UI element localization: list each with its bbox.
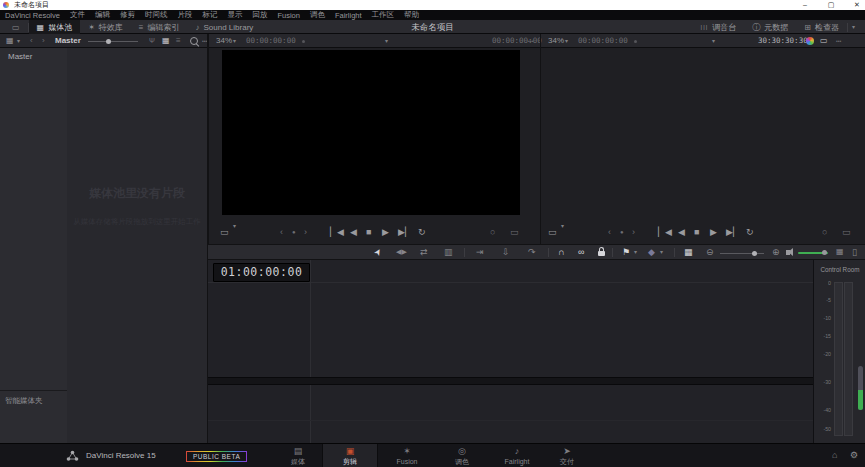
- source-display-mode-icon[interactable]: ▭: [220, 226, 229, 238]
- match-frame-icon[interactable]: ○: [490, 226, 495, 238]
- source-options-icon[interactable]: •••: [528, 34, 533, 48]
- list-view-icon[interactable]: ≡: [176, 34, 181, 48]
- play-reverse-button[interactable]: ◀: [678, 226, 685, 238]
- play-button[interactable]: ▶: [382, 226, 389, 238]
- menu-file[interactable]: 文件: [70, 10, 85, 20]
- mixer-button[interactable]: |||调音台: [693, 20, 745, 34]
- grid-view-icon[interactable]: ▦: [162, 34, 170, 48]
- loop-button[interactable]: ↻: [418, 226, 426, 238]
- selection-tool-icon[interactable]: ➤: [370, 245, 386, 259]
- position-lock-icon[interactable]: [598, 251, 605, 256]
- source-clip-dropdown-icon[interactable]: ▾: [385, 34, 388, 48]
- menu-fusion[interactable]: Fusion: [277, 11, 300, 20]
- first-frame-button[interactable]: ▏◀: [658, 226, 672, 238]
- zoom-out-icon[interactable]: ⊖: [706, 245, 714, 259]
- chevron-down-icon[interactable]: ▾: [565, 34, 568, 48]
- project-settings-gear-icon[interactable]: ⚙: [850, 444, 858, 467]
- dual-monitor-toggle[interactable]: ▭: [4, 20, 28, 34]
- menu-clip[interactable]: 片段: [177, 10, 192, 20]
- jog-left-icon[interactable]: ‹: [608, 226, 611, 238]
- in-out-range-icon[interactable]: ▭: [842, 226, 851, 238]
- tab-edit[interactable]: ▣ 剪辑: [322, 444, 378, 467]
- thumbnail-size-handle[interactable]: [106, 39, 111, 44]
- insert-clip-icon[interactable]: ⇥: [476, 245, 484, 259]
- tab-fusion[interactable]: ✶ Fusion: [379, 444, 435, 467]
- flag-icon[interactable]: ⚑: [622, 245, 630, 259]
- replace-clip-icon[interactable]: ↷: [528, 245, 536, 259]
- smart-bins-label[interactable]: 智能媒体夹: [5, 396, 43, 406]
- timeline-zoom-level[interactable]: 34%: [548, 34, 564, 48]
- color-wheel-icon[interactable]: [806, 37, 814, 45]
- project-manager-icon[interactable]: ⌂: [832, 444, 837, 467]
- timeline-dropdown-icon[interactable]: ▾: [712, 34, 715, 48]
- last-frame-button[interactable]: ▶▏: [398, 226, 412, 238]
- media-pool-button[interactable]: ▦媒体池: [29, 20, 81, 34]
- bin-item-master[interactable]: Master: [8, 52, 32, 61]
- play-reverse-button[interactable]: ◀: [350, 226, 357, 238]
- dynamic-trim-icon[interactable]: ⇄: [420, 245, 428, 259]
- stop-button[interactable]: ■: [366, 226, 371, 238]
- chevron-down-icon[interactable]: ▾: [561, 219, 564, 233]
- menu-edit[interactable]: 编辑: [95, 10, 110, 20]
- metadata-button[interactable]: ⓘ元数据: [744, 20, 796, 34]
- chevron-down-icon[interactable]: ▾: [660, 245, 663, 259]
- in-out-range-icon[interactable]: ▭: [510, 226, 519, 238]
- tab-media[interactable]: ▤ 媒体: [270, 444, 326, 467]
- chevron-down-icon[interactable]: ▾: [233, 219, 236, 233]
- source-viewer-video[interactable]: [222, 50, 520, 215]
- viewer-mode-icon[interactable]: ▭: [820, 34, 828, 48]
- menu-workspace[interactable]: 工作区: [372, 10, 395, 20]
- tab-color[interactable]: ◎ 调色: [434, 444, 490, 467]
- inspector-button[interactable]: ⊞检查器: [796, 20, 847, 34]
- marker-icon[interactable]: ◆: [648, 245, 655, 259]
- stop-button[interactable]: ■: [694, 226, 699, 238]
- maximize-button[interactable]: ▢: [824, 0, 838, 10]
- jog-right-icon[interactable]: ›: [632, 226, 635, 238]
- keyboard-mapping-icon[interactable]: ▦: [836, 245, 844, 259]
- sound-library-button[interactable]: ♪Sound Library: [188, 20, 262, 34]
- menu-help[interactable]: 帮助: [404, 10, 419, 20]
- menu-mark[interactable]: 标记: [202, 10, 217, 20]
- jog-left-icon[interactable]: ‹: [280, 226, 283, 238]
- usage-filter-icon[interactable]: Ψ: [149, 34, 155, 48]
- playhead-timecode[interactable]: 01:00:00:00: [213, 263, 310, 282]
- close-button[interactable]: ✕: [850, 0, 864, 10]
- snapping-icon[interactable]: ∩: [558, 245, 564, 259]
- jog-wheel-icon[interactable]: ●: [292, 226, 296, 238]
- blade-edit-icon[interactable]: ▥: [444, 245, 453, 259]
- menu-timeline[interactable]: 时间线: [145, 10, 168, 20]
- last-frame-button[interactable]: ▶▏: [726, 226, 740, 238]
- workspace-overflow-button[interactable]: ▾: [848, 20, 859, 34]
- jog-wheel-icon[interactable]: ●: [620, 226, 624, 238]
- timeline-view-options-icon[interactable]: ▦: [684, 245, 693, 259]
- bin-view-icon[interactable]: ▦: [6, 34, 14, 48]
- timeline-track-separator[interactable]: [208, 377, 813, 385]
- chevron-down-icon[interactable]: ▾: [233, 34, 236, 48]
- timeline-zoom-slider[interactable]: [720, 253, 764, 254]
- search-icon[interactable]: [190, 37, 198, 45]
- panel-resize-handle[interactable]: [858, 366, 863, 410]
- minimize-button[interactable]: –: [798, 0, 812, 10]
- menu-color[interactable]: 调色: [310, 10, 325, 20]
- timeline-display-mode-icon[interactable]: ▭: [548, 226, 557, 238]
- timeline-zoom-handle[interactable]: [752, 251, 757, 256]
- audio-volume-handle[interactable]: [822, 250, 827, 255]
- menu-davinci-resolve[interactable]: DaVinci Resolve: [5, 11, 60, 20]
- zoom-in-icon[interactable]: ⊕: [772, 245, 780, 259]
- loop-button[interactable]: ↻: [746, 226, 754, 238]
- overwrite-clip-icon[interactable]: ⇩: [502, 245, 510, 259]
- bin-back-icon[interactable]: ‹: [30, 34, 33, 48]
- effects-library-button[interactable]: ✶特效库: [80, 20, 131, 34]
- bin-forward-icon[interactable]: ›: [42, 34, 45, 48]
- thumbnail-size-slider[interactable]: [88, 41, 138, 42]
- menu-fairlight[interactable]: Fairlight: [335, 11, 362, 20]
- chevron-down-icon[interactable]: ▾: [634, 245, 637, 259]
- speaker-icon[interactable]: [786, 250, 790, 255]
- source-zoom-level[interactable]: 34%: [216, 34, 232, 48]
- first-frame-button[interactable]: ▏◀: [330, 226, 344, 238]
- mixer-collapse-icon[interactable]: ▯: [852, 245, 857, 259]
- timeline-viewer-options-icon[interactable]: •••: [836, 34, 841, 48]
- tab-deliver[interactable]: ➤ 交付: [539, 444, 595, 467]
- jog-right-icon[interactable]: ›: [304, 226, 307, 238]
- match-frame-icon[interactable]: ○: [822, 226, 827, 238]
